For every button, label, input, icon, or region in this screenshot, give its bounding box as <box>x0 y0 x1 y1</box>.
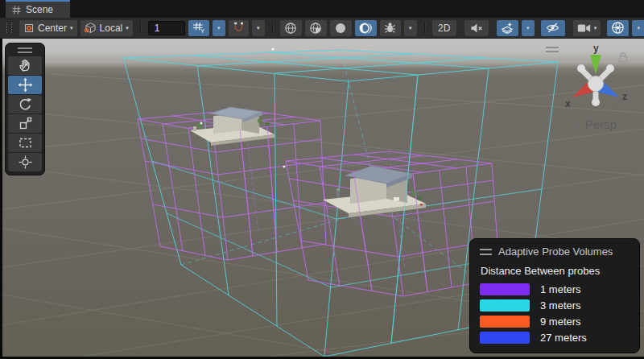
scale-tool[interactable] <box>8 114 42 133</box>
gizmo-axis-x-label: x <box>565 98 571 109</box>
chevron-down-icon: ▾ <box>594 25 597 31</box>
scene-visibility-toggle[interactable] <box>541 20 565 36</box>
gizmo-axis-y-cone[interactable] <box>590 55 601 74</box>
rect-tool[interactable] <box>8 134 42 152</box>
effects-options-button[interactable]: ▾ <box>522 20 535 36</box>
unlit-sphere-icon <box>334 22 347 35</box>
camera-icon <box>577 23 591 33</box>
draw-mode-unlit-button[interactable] <box>330 20 352 36</box>
chevron-down-icon: ▾ <box>409 25 412 31</box>
legend-label: 1 meters <box>540 283 581 295</box>
rotate-icon <box>18 97 33 112</box>
magnet-snap-icon <box>233 22 245 34</box>
draw-mode-shaded-wireframe-button[interactable] <box>305 20 327 36</box>
tool-palette-overlay <box>5 43 45 175</box>
separator <box>272 22 273 34</box>
svg-text:Y: Y <box>200 27 204 34</box>
swatch-9m <box>480 316 530 328</box>
chevron-down-icon: ▾ <box>217 25 221 31</box>
separator <box>424 22 425 34</box>
move-tool[interactable] <box>8 76 42 94</box>
grid-snap-options-button[interactable]: ▾ <box>213 20 225 36</box>
separator <box>140 22 141 34</box>
shaded-wireframe-sphere-icon <box>309 22 322 35</box>
audio-toggle[interactable] <box>464 20 489 36</box>
panel-title: Adaptive Probe Volumes <box>498 246 613 258</box>
chevron-down-icon: ▾ <box>257 25 260 31</box>
eye-slash-icon <box>546 22 559 34</box>
view-2d-label: 2D <box>438 23 450 34</box>
legend-row: 3 meters <box>480 299 630 312</box>
camera-settings-button[interactable]: ▾ <box>573 20 601 36</box>
legend-row: 9 meters <box>480 316 630 328</box>
orientation-dropdown[interactable]: Local ▾ <box>80 20 133 36</box>
local-cube-icon <box>85 22 97 34</box>
hand-icon <box>18 58 33 73</box>
projection-toggle[interactable]: < Persp <box>576 118 617 131</box>
draw-mode-shaded-button[interactable] <box>280 20 302 36</box>
panel-drag-handle[interactable] <box>480 249 492 255</box>
scene-lighting-toggle[interactable] <box>355 20 377 36</box>
debug-draw-options-button[interactable]: ▾ <box>404 20 417 36</box>
transform-tool[interactable] <box>8 153 42 171</box>
rect-icon <box>18 135 33 151</box>
tab-scene[interactable]: Scene <box>6 0 70 18</box>
swatch-1m <box>480 283 530 295</box>
scale-icon <box>18 116 33 131</box>
gizmos-options-button[interactable]: ▾ <box>632 20 644 36</box>
audio-muted-icon <box>470 23 483 34</box>
chevron-down-icon: ▾ <box>126 25 129 31</box>
probe-markers <box>200 48 286 168</box>
tab-bar: Scene <box>0 0 644 18</box>
grid-snap-button[interactable]: Y <box>188 20 209 36</box>
move-icon <box>18 77 33 93</box>
grid-snap-y-icon: Y <box>192 22 205 34</box>
swatch-3m <box>480 299 530 312</box>
pivot-mode-label: Center <box>38 23 67 34</box>
gizmo-axis-back-2[interactable] <box>606 64 614 72</box>
gizmos-toggle[interactable] <box>607 20 629 36</box>
chevron-down-icon: ▾ <box>638 25 641 31</box>
legend-label: 27 meters <box>540 332 587 344</box>
orientation-label: Local <box>100 23 123 34</box>
rotate-tool[interactable] <box>8 95 42 113</box>
pivot-mode-dropdown[interactable]: Center ▾ <box>19 20 77 36</box>
shaded-sphere-icon <box>284 22 297 35</box>
toolbar-drag-handle[interactable] <box>6 23 12 33</box>
pivot-center-icon <box>23 23 35 34</box>
magnet-snap-options-button[interactable]: ▾ <box>252 20 265 36</box>
gizmo-axis-y-label: y <box>593 43 599 54</box>
adaptive-probe-volumes-panel: Adaptive Probe Volumes Distance Between … <box>469 238 640 353</box>
gizmo-axis-back-1[interactable] <box>577 64 585 72</box>
gizmo-axis-down[interactable] <box>592 98 600 106</box>
effects-toggle[interactable] <box>497 20 518 36</box>
gizmos-orbit-icon <box>611 21 625 35</box>
bug-icon <box>384 22 396 34</box>
chevron-down-icon: ▾ <box>70 25 73 31</box>
legend-subtitle: Distance Between probes <box>481 265 630 277</box>
snap-increment-input[interactable] <box>148 21 185 35</box>
tool-palette-drag-handle[interactable] <box>18 47 32 53</box>
swatch-27m <box>480 332 530 344</box>
magnet-snap-button[interactable] <box>229 20 249 36</box>
legend-label: 3 meters <box>540 299 581 312</box>
scene-toolbar: Center ▾ Local ▾ Y ▾ ▾ <box>0 18 644 39</box>
legend-row: 27 meters <box>480 332 630 344</box>
chevron-down-icon: ▾ <box>526 25 530 31</box>
transform-icon <box>18 155 33 170</box>
gizmo-center-cube[interactable] <box>588 76 604 92</box>
view-pan-tool[interactable] <box>8 56 42 75</box>
scene-viewport[interactable]: y x z < Persp Adaptive Probe Volumes Dis… <box>2 39 644 357</box>
scene-grid-icon <box>12 6 21 14</box>
view-2d-toggle[interactable]: 2D <box>432 20 456 36</box>
projection-label: Persp <box>585 118 617 131</box>
debug-draw-button[interactable] <box>380 20 401 36</box>
gizmo-lock-icon[interactable] <box>618 52 628 63</box>
tab-label: Scene <box>26 4 53 15</box>
lighting-moon-icon <box>359 22 372 35</box>
effects-layers-icon <box>501 22 514 35</box>
collapse-chevron-icon: < <box>576 118 582 130</box>
gizmo-axis-z-label: z <box>622 91 627 102</box>
legend-label: 9 meters <box>540 316 581 328</box>
legend-row: 1 meters <box>480 283 630 295</box>
